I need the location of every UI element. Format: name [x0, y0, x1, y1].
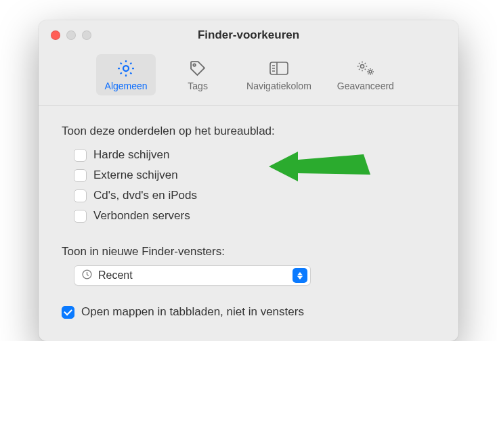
- desktop-items-list: Harde schijven Externe schijven Cd's, dv…: [62, 145, 435, 226]
- sidebar-icon: [269, 58, 289, 79]
- checkbox-label: Externe schijven: [93, 169, 178, 182]
- tab-advanced[interactable]: Geavanceerd: [330, 54, 401, 95]
- tab-label: Geavanceerd: [337, 81, 394, 91]
- window-title: Finder-voorkeuren: [39, 28, 458, 42]
- checkbox-label: Verbonden servers: [93, 209, 190, 223]
- checkbox-icon: [74, 169, 87, 182]
- toolbar: Algemeen Tags Navigatiekolo: [39, 50, 458, 106]
- checkbox-connected-servers[interactable]: Verbonden servers: [74, 206, 435, 226]
- checkbox-icon: [62, 306, 74, 319]
- titlebar: Finder-voorkeuren: [39, 20, 458, 50]
- preferences-window: Finder-voorkeuren Algemeen Tags: [39, 20, 458, 341]
- gear-icon: [116, 58, 136, 79]
- gears-icon: [355, 58, 376, 79]
- checkbox-optical-media[interactable]: Cd's, dvd's en iPods: [74, 185, 435, 206]
- tab-tags[interactable]: Tags: [168, 54, 228, 95]
- tab-general[interactable]: Algemeen: [96, 54, 156, 95]
- new-window-heading: Toon in nieuwe Finder-vensters:: [62, 245, 435, 259]
- tab-sidebar[interactable]: Navigatiekolom: [240, 54, 318, 95]
- desktop-items-heading: Toon deze onderdelen op het bureaublad:: [62, 125, 435, 138]
- content-area: Toon deze onderdelen op het bureaublad: …: [39, 106, 458, 341]
- svg-point-8: [369, 70, 372, 73]
- svg-point-7: [360, 64, 364, 68]
- tab-label: Algemeen: [105, 81, 148, 91]
- checkbox-icon: [74, 210, 87, 223]
- new-window-popup[interactable]: Recent: [74, 265, 311, 286]
- checkbox-icon: [74, 189, 87, 202]
- checkbox-external-disks[interactable]: Externe schijven: [74, 165, 435, 185]
- minimize-button[interactable]: [66, 30, 76, 40]
- checkbox-label: Harde schijven: [93, 148, 169, 162]
- tag-icon: [188, 58, 207, 79]
- svg-point-0: [123, 66, 129, 71]
- traffic-lights: [39, 30, 91, 40]
- checkbox-icon: [74, 149, 87, 162]
- popup-arrows-icon: [293, 268, 307, 283]
- checkbox-label: Cd's, dvd's en iPods: [93, 189, 197, 202]
- checkbox-label: Open mappen in tabbladen, niet in venste…: [81, 305, 304, 319]
- tab-label: Navigatiekolom: [246, 81, 311, 91]
- tab-label: Tags: [188, 81, 208, 91]
- popup-value: Recent: [98, 269, 287, 282]
- checkbox-hard-disks[interactable]: Harde schijven: [74, 145, 435, 165]
- checkbox-open-in-tabs[interactable]: Open mappen in tabbladen, niet in venste…: [62, 302, 435, 322]
- zoom-button[interactable]: [82, 30, 91, 40]
- close-button[interactable]: [51, 30, 60, 40]
- svg-point-1: [193, 64, 196, 66]
- clock-icon: [81, 269, 93, 283]
